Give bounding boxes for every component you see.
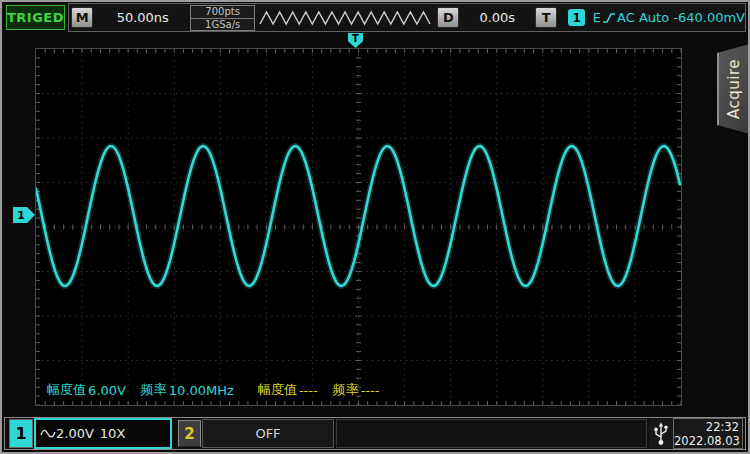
ch1-frequency-value: 10.00MHz: [169, 383, 234, 398]
bottom-bar-empty-section: [336, 419, 647, 448]
trigger-t-button[interactable]: T: [535, 7, 557, 28]
channel1-scale-value: 2.00V: [56, 426, 94, 441]
channel2-status-value: OFF: [255, 426, 280, 441]
trigger-source-channel-badge: 1: [568, 9, 584, 26]
ch1-amplitude-label: 幅度值: [47, 381, 86, 399]
top-bar-group: M 50.00ns 700pts 1GSa/s D 0.00s T 1 E AC…: [68, 3, 746, 32]
oscilloscope-screen: TRIGED M 50.00ns 700pts 1GSa/s D 0.00s T…: [0, 0, 750, 454]
memory-depth-value: 700pts: [191, 6, 254, 19]
horizontal-m-button[interactable]: M: [71, 7, 93, 28]
ch2-amplitude-value: ----: [299, 383, 318, 398]
ch2-amplitude-label: 幅度值: [258, 381, 297, 399]
acquisition-info-box: 700pts 1GSa/s: [190, 5, 255, 31]
date-value: 2022.08.03: [674, 434, 742, 448]
channel2-badge[interactable]: 2: [178, 420, 201, 447]
top-bar: TRIGED M 50.00ns 700pts 1GSa/s D 0.00s T…: [2, 2, 748, 34]
channel1-settings-box[interactable]: 2.00V 10X: [34, 418, 172, 449]
usb-icon: [649, 419, 673, 448]
sample-rate-value: 1GSa/s: [191, 19, 254, 31]
ac-coupling-sine-icon: [40, 428, 56, 440]
memory-zigzag-icon: [258, 5, 432, 31]
ch2-frequency-value: ----: [361, 383, 380, 398]
trigger-settings-readout: E AC Auto -640.00mV: [593, 10, 745, 25]
channel1-probe-value: 10X: [100, 426, 125, 441]
trigger-position-marker[interactable]: T: [348, 33, 363, 48]
rising-edge-icon: [602, 11, 616, 25]
time-value: 22:32: [674, 420, 742, 434]
trigger-status-badge: TRIGED: [6, 5, 65, 30]
channel2-settings-box[interactable]: OFF: [202, 419, 334, 448]
channel1-level-marker[interactable]: 1: [13, 207, 35, 223]
trigger-type-label: E: [593, 10, 601, 25]
timebase-value: 50.00ns: [95, 10, 190, 25]
menu-tab-acquire-label: Acquire: [725, 59, 743, 119]
menu-tab-acquire[interactable]: Acquire: [717, 44, 750, 134]
channel1-badge[interactable]: 1: [9, 419, 33, 448]
bottom-bar: 1 2.00V 10X 2 OFF: [4, 417, 746, 450]
measurement-readouts: 幅度值 6.00V 频率 10.00MHz 幅度值 ---- 频率 ----: [47, 381, 379, 399]
delay-d-button[interactable]: D: [437, 7, 459, 28]
clock-box: 22:32 2022.08.03: [673, 418, 743, 449]
horizontal-offset-value: 0.00s: [461, 10, 533, 25]
ch2-frequency-label: 频率: [333, 381, 359, 399]
ch1-amplitude-value: 6.00V: [88, 383, 126, 398]
ch1-frequency-label: 频率: [141, 381, 167, 399]
trigger-detail-value: AC Auto -640.00mV: [617, 10, 745, 25]
waveform-display: [35, 48, 682, 406]
